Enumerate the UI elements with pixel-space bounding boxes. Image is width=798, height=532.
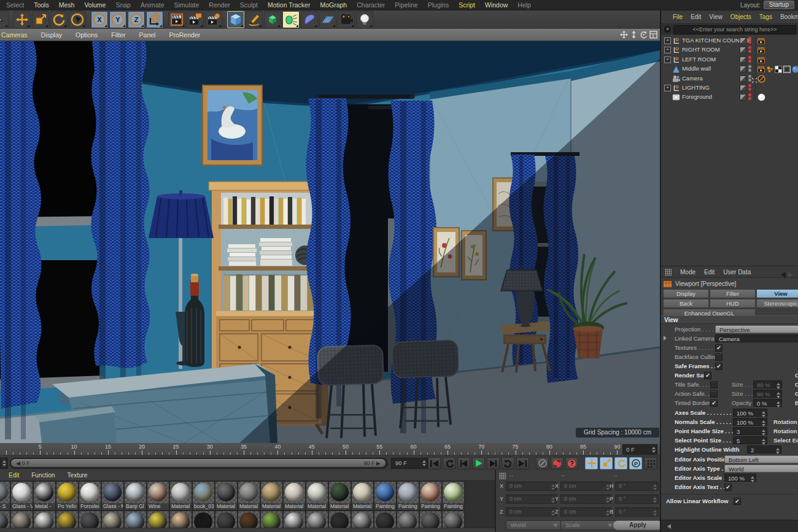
material-thumbnail[interactable]	[10, 511, 33, 529]
menu-plugins[interactable]: Plugins	[428, 1, 449, 9]
spline-primitive-icon[interactable]	[301, 11, 318, 28]
checker-tag-icon[interactable]	[775, 64, 782, 72]
camera-object-icon[interactable]	[338, 11, 355, 28]
material-scrollbar[interactable]	[0, 528, 495, 532]
material-thumbnail[interactable]	[442, 511, 465, 529]
prev-key-button[interactable]	[443, 457, 455, 469]
swan-painting[interactable]	[203, 85, 262, 165]
visibility-dot-icon[interactable]	[748, 60, 751, 63]
material-thumbnail[interactable]: Painting	[419, 481, 442, 511]
om-menu-view[interactable]: View	[709, 13, 722, 20]
object-label[interactable]: Camera	[682, 75, 703, 82]
object-row-foreground[interactable]: Foreground	[661, 92, 798, 101]
viewport-menu-filter[interactable]: Filter	[111, 31, 125, 39]
rotate-tool-icon[interactable]	[50, 11, 68, 28]
lock-y-axis-icon[interactable]: Y	[109, 11, 126, 28]
layout-selector[interactable]: Startup	[764, 1, 794, 9]
om-menu-edit[interactable]: Edit	[691, 13, 701, 20]
visibility-dot-icon[interactable]	[748, 93, 751, 96]
om-menu-tags[interactable]: Tags	[759, 13, 772, 20]
textures-checkbox[interactable]: ✔	[715, 344, 722, 352]
record-objects-button[interactable]	[551, 457, 564, 469]
visibility-dot-icon[interactable]	[748, 88, 751, 91]
object-row-right-room[interactable]: +RIGHT ROOM	[661, 45, 798, 54]
spinner-icon[interactable]	[422, 460, 426, 466]
material-thumbnail[interactable]: Material	[238, 481, 260, 511]
viewport-menu-options[interactable]: Options	[76, 31, 98, 39]
key-parameter-button[interactable]: P	[629, 457, 642, 469]
spline-pen-icon[interactable]	[246, 11, 263, 28]
layer-icon[interactable]	[740, 85, 746, 91]
menu-volume[interactable]: Volume	[84, 1, 106, 9]
rot-b-field[interactable]: 0 °	[615, 507, 659, 517]
clear-search-icon[interactable]: ✕	[664, 26, 671, 33]
material-menu-function[interactable]: Function	[31, 472, 55, 479]
object-row-middle-wall[interactable]: Middle wall	[661, 64, 798, 73]
object-label[interactable]: Foreground	[682, 93, 712, 100]
tab-back[interactable]: Back	[663, 299, 709, 308]
menu-mesh[interactable]: Mesh	[59, 1, 75, 9]
pos-y-field[interactable]: 0 cm	[506, 495, 557, 504]
phong-tag-icon[interactable]	[766, 64, 773, 72]
viewport-menu-prorender[interactable]: ProRender	[169, 31, 200, 39]
material-thumbnail[interactable]	[419, 511, 442, 529]
tinted-border-checkbox[interactable]: ✔	[710, 399, 718, 407]
scale-x-field[interactable]: 0 cm	[560, 482, 611, 491]
floor-object-icon[interactable]	[319, 11, 336, 28]
layer-icon[interactable]	[740, 47, 746, 53]
viewport-menu-display[interactable]: Display	[41, 31, 62, 39]
axes-scale-field[interactable]: 100 %	[733, 409, 767, 417]
object-row-tga-kitchen-counter[interactable]: +TGA KITCHEN COUNTER	[661, 36, 798, 45]
material-thumbnail[interactable]	[56, 511, 79, 529]
timeline-range-bar[interactable]: ◀ 0 F 90 F ▶	[11, 459, 385, 467]
record-selection-button[interactable]	[536, 457, 549, 469]
material-thumbnail[interactable]: Material	[283, 481, 306, 511]
material-thumbnail[interactable]: Material	[351, 481, 374, 511]
material-thumbnail[interactable]: Glass - V	[10, 481, 33, 511]
visibility-dot-icon[interactable]	[748, 37, 751, 40]
key-rotation-button[interactable]	[614, 457, 627, 469]
material-thumbnail[interactable]	[147, 511, 169, 529]
viewport-menu-panel[interactable]: Panel	[139, 31, 156, 39]
timeline-range-track[interactable]: ◀ 0 F 90 F ▶	[10, 458, 388, 469]
tab-stereoscopic[interactable]: Stereoscopic	[756, 299, 798, 308]
object-row-left-room[interactable]: +LEFT ROOM	[661, 55, 798, 64]
rot-p-field[interactable]: 0 °	[615, 495, 659, 504]
point-handle-size-field[interactable]: 3	[733, 427, 767, 435]
scene-3d-room[interactable]	[0, 40, 660, 443]
material-thumbnail[interactable]: Material	[169, 481, 192, 511]
menu-sculpt[interactable]: Sculpt	[240, 1, 258, 9]
material-thumbnail[interactable]	[351, 511, 374, 529]
layer-icon[interactable]	[740, 56, 746, 63]
mini-frame-spinner[interactable]	[0, 458, 8, 469]
material-thumbnail[interactable]	[397, 511, 419, 529]
material-thumbnail[interactable]: Porcelei	[79, 481, 101, 511]
object-label[interactable]: Middle wall	[682, 65, 711, 72]
sphere-tag-icon[interactable]	[792, 64, 798, 72]
editor-axis-position-dropdown[interactable]: Bottom Left	[724, 455, 798, 463]
protection-tag-icon[interactable]	[757, 74, 765, 82]
pos-x-field[interactable]: 0 cm	[506, 482, 557, 491]
scale-tool-icon[interactable]	[32, 11, 49, 28]
object-row-lighting[interactable]: +LIGHTING	[661, 83, 798, 92]
expand-icon[interactable]: +	[664, 37, 671, 44]
range-end-field[interactable]: 90 F	[391, 458, 428, 469]
material-thumbnail[interactable]: Po Yello	[56, 481, 79, 511]
search-input[interactable]: <<Enter your search string here>>	[673, 25, 796, 34]
material-thumbnail[interactable]: Metal -	[33, 481, 56, 511]
visibility-dot-icon[interactable]	[748, 46, 751, 49]
highlight-outline-width-field[interactable]: 2	[747, 445, 781, 453]
menu-simulate[interactable]: Simulate	[174, 1, 199, 9]
material-menu-texture[interactable]: Texture	[68, 472, 88, 479]
material-thumbnail[interactable]: Material	[215, 481, 238, 511]
white-material-tag-icon[interactable]	[757, 93, 765, 101]
light-object-icon[interactable]	[356, 11, 373, 28]
menu-help[interactable]: Help	[517, 1, 531, 9]
material-thumbnail[interactable]	[0, 511, 10, 529]
opacity-field[interactable]: 0 %	[753, 399, 782, 407]
current-frame-field[interactable]: 0 F	[622, 444, 657, 455]
layer-icon[interactable]	[740, 37, 746, 44]
apply-button[interactable]: Apply	[613, 520, 663, 530]
title-size-field[interactable]: 80 %	[753, 380, 782, 388]
safe-frames-checkbox[interactable]: ✔	[715, 363, 722, 370]
